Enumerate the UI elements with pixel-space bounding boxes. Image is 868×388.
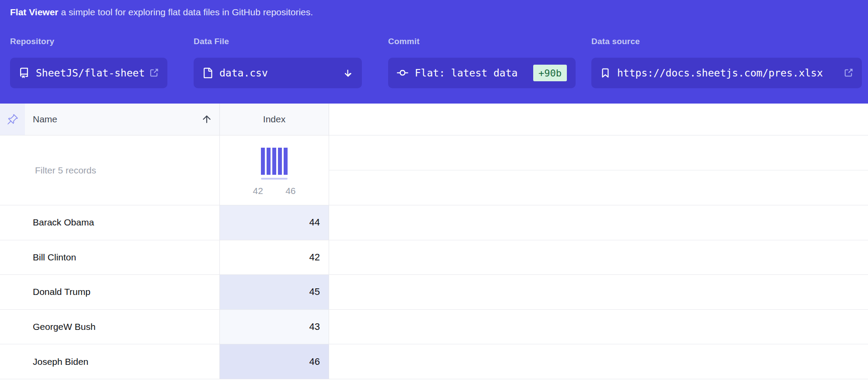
index-cell[interactable]: 44 xyxy=(219,205,329,240)
spacer-gridline xyxy=(329,170,868,205)
data-file-label: Data File xyxy=(194,37,362,46)
commit-selector[interactable]: Flat: latest data +90b xyxy=(388,58,576,88)
row-spacer xyxy=(329,310,868,344)
column-header-index-label: Index xyxy=(263,114,285,125)
app-title: Flat Viewer xyxy=(10,7,59,17)
histogram-range-labels: 42 46 xyxy=(253,186,296,196)
row-spacer xyxy=(329,205,868,240)
histogram-bar[interactable] xyxy=(278,148,282,175)
commit-label: Commit xyxy=(388,37,576,46)
bookmark-icon xyxy=(600,68,611,78)
index-cell[interactable]: 45 xyxy=(219,275,329,309)
index-histogram-cell[interactable]: 42 46 xyxy=(219,135,329,205)
name-cell[interactable]: GeorgeW Bush xyxy=(0,310,219,344)
repo-book-icon xyxy=(19,68,29,78)
file-icon xyxy=(202,68,213,78)
data-file-value: data.csv xyxy=(219,67,268,79)
index-histogram[interactable] xyxy=(261,148,288,175)
data-source-label: Data source xyxy=(591,37,862,46)
data-source-button[interactable]: https://docs.sheetjs.com/pres.xlsx xyxy=(591,58,862,88)
histogram-bar[interactable] xyxy=(261,148,265,175)
data-file-control: Data File data.csv xyxy=(194,37,362,88)
name-cell[interactable]: Bill Clinton xyxy=(0,240,219,275)
index-cell[interactable]: 43 xyxy=(219,310,329,344)
data-source-control: Data source https://docs.sheetjs.com/pre… xyxy=(591,37,862,88)
column-header-name[interactable]: Name xyxy=(25,104,219,135)
table-row[interactable]: GeorgeW Bush 43 xyxy=(0,310,868,345)
repository-value: SheetJS/flat-sheet xyxy=(36,67,145,79)
column-header-index[interactable]: Index xyxy=(219,104,329,135)
sticky-column-toggle[interactable] xyxy=(0,104,25,135)
commit-diff-badge: +90b xyxy=(533,65,567,81)
data-grid: Name Index 42 46 xyxy=(0,104,868,379)
column-header-name-label: Name xyxy=(33,114,57,125)
filter-cell xyxy=(0,135,219,205)
row-spacer xyxy=(329,275,868,309)
index-cell[interactable]: 46 xyxy=(219,344,329,379)
name-cell[interactable]: Joseph Biden xyxy=(0,344,219,379)
external-link-icon[interactable] xyxy=(844,68,853,78)
histogram-bar[interactable] xyxy=(272,148,276,175)
app-title-row: Flat Viewera simple tool for exploring f… xyxy=(10,7,313,17)
grid-header-spacer xyxy=(329,104,868,135)
row-spacer xyxy=(329,240,868,275)
name-cell[interactable]: Donald Trump xyxy=(0,275,219,309)
spacer-gridline xyxy=(329,135,868,170)
filter-input[interactable] xyxy=(0,135,219,205)
arrow-down-icon xyxy=(343,68,353,78)
data-file-selector[interactable]: data.csv xyxy=(194,58,362,88)
commit-control: Commit Flat: latest data +90b xyxy=(388,37,576,88)
histogram-max-label: 46 xyxy=(285,186,295,196)
table-row[interactable]: Joseph Biden 46 xyxy=(0,344,868,379)
repository-button[interactable]: SheetJS/flat-sheet xyxy=(10,58,167,88)
grid-filter-row: 42 46 xyxy=(0,135,868,205)
topbar: Flat Viewera simple tool for exploring f… xyxy=(0,0,868,104)
grid-header-row: Name Index xyxy=(0,104,868,135)
table-row[interactable]: Barack Obama 44 xyxy=(0,205,868,240)
histogram-min-label: 42 xyxy=(253,186,263,196)
name-cell[interactable]: Barack Obama xyxy=(0,205,219,240)
arrow-up-icon xyxy=(201,114,212,125)
index-cell[interactable]: 42 xyxy=(219,240,329,275)
repository-label: Repository xyxy=(10,37,167,46)
row-spacer xyxy=(329,344,868,379)
table-row[interactable]: Bill Clinton 42 xyxy=(0,240,868,275)
table-row[interactable]: Donald Trump 45 xyxy=(0,275,868,310)
pushpin-icon xyxy=(7,114,18,125)
commit-message: Flat: latest data xyxy=(415,67,517,79)
external-link-icon[interactable] xyxy=(149,68,159,78)
histogram-range-track[interactable] xyxy=(261,178,288,180)
repository-control: Repository SheetJS/flat-sheet xyxy=(10,37,167,88)
histogram-bar[interactable] xyxy=(284,148,288,175)
histogram-bar[interactable] xyxy=(267,148,271,175)
filter-row-spacer xyxy=(329,135,868,205)
app-subtitle: a simple tool for exploring flat data fi… xyxy=(61,7,313,17)
data-source-url: https://docs.sheetjs.com/pres.xlsx xyxy=(617,67,823,79)
git-commit-icon xyxy=(397,67,408,79)
